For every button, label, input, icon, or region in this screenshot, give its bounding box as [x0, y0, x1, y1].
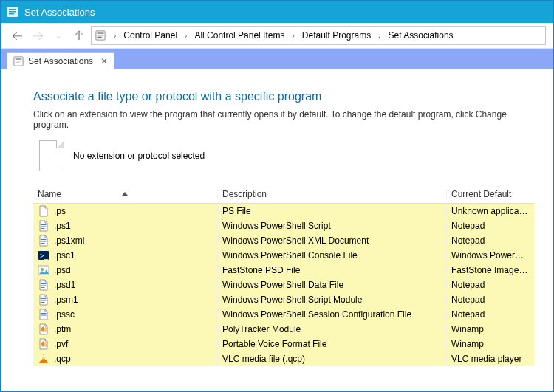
associations-list: Name Description Current Default .psPS F… — [33, 185, 534, 391]
close-icon[interactable]: ✕ — [100, 56, 108, 66]
svg-rect-10 — [16, 61, 22, 61]
ps-icon: >_ — [38, 250, 49, 261]
script-icon — [38, 294, 49, 306]
desc-label: VLC media file (.qcp) — [218, 354, 447, 364]
tab-bar: Set Associations ✕ — [1, 49, 553, 69]
desc-label: Windows PowerShell XML Document — [218, 235, 447, 246]
svg-rect-26 — [41, 300, 47, 301]
svg-rect-6 — [98, 35, 104, 35]
default-label: Windows PowerShell — [447, 250, 534, 261]
svg-rect-22 — [41, 283, 47, 284]
col-desc[interactable]: Description — [218, 189, 447, 199]
desc-label: Windows PowerShell Console File — [218, 250, 447, 261]
fs-icon — [38, 264, 49, 276]
svg-rect-33 — [44, 343, 45, 346]
svg-rect-16 — [41, 241, 47, 242]
table-row[interactable]: .ps1xmlWindows PowerShell XML DocumentNo… — [33, 233, 534, 248]
chevron-right-icon[interactable]: › — [287, 32, 298, 40]
winamp-icon — [38, 323, 49, 335]
selection-row: No extension or protocol selected — [39, 140, 534, 171]
page-subtext: Click on an extension to view the progra… — [33, 109, 534, 130]
ext-label: .ps1xml — [54, 235, 84, 246]
address-bar[interactable]: › Control Panel › All Control Panel Item… — [91, 26, 546, 45]
chevron-right-icon[interactable]: › — [109, 32, 120, 40]
table-row[interactable]: .psscWindows PowerShell Session Configur… — [33, 307, 534, 322]
svg-rect-32 — [46, 327, 47, 332]
table-row[interactable]: .ps1Windows PowerShell ScriptNotepad — [33, 219, 534, 233]
default-label: Notepad — [447, 309, 534, 320]
default-label: Notepad — [447, 280, 534, 290]
ext-label: .ps1 — [54, 221, 71, 231]
up-button[interactable]: 🡡 — [70, 27, 88, 44]
svg-rect-30 — [41, 317, 45, 317]
table-row[interactable]: >_.psc1Windows PowerShell Console FileWi… — [33, 248, 534, 263]
chevron-right-icon[interactable]: › — [180, 32, 191, 40]
window: Set Associations 🡠 🡢 ⌄ 🡡 › Control Panel… — [0, 0, 554, 392]
desc-label: Windows PowerShell Data File — [218, 280, 447, 290]
tab-set-associations[interactable]: Set Associations ✕ — [7, 52, 114, 69]
back-button[interactable]: 🡠 — [8, 27, 26, 44]
svg-point-21 — [41, 268, 44, 271]
forward-button[interactable]: 🡢 — [29, 27, 47, 44]
content-area: Associate a file type or protocol with a… — [1, 69, 553, 391]
nav-toolbar: 🡠 🡢 ⌄ 🡡 › Control Panel › All Control Pa… — [1, 23, 553, 49]
default-label: VLC media player — [447, 354, 534, 364]
svg-rect-31 — [44, 328, 45, 331]
script-icon — [38, 235, 49, 247]
recent-dropdown[interactable]: ⌄ — [49, 27, 67, 44]
list-header[interactable]: Name Description Current Default — [33, 185, 534, 204]
crumb-default-programs[interactable]: Default Programs — [301, 30, 372, 41]
svg-rect-36 — [43, 358, 44, 360]
svg-rect-24 — [41, 287, 45, 288]
svg-rect-14 — [41, 228, 45, 229]
svg-rect-13 — [41, 227, 47, 227]
svg-rect-35 — [42, 356, 45, 357]
table-row[interactable]: .psm1Windows PowerShell Script ModuleNot… — [33, 292, 534, 307]
svg-rect-5 — [98, 33, 104, 34]
col-name[interactable]: Name — [33, 189, 218, 199]
table-row[interactable]: .pvfPortable Voice Format FileWinamp — [33, 337, 534, 351]
script-icon — [38, 220, 49, 232]
svg-rect-15 — [41, 239, 47, 240]
chevron-right-icon[interactable]: › — [374, 32, 385, 40]
table-row[interactable]: .psPS FileUnknown application — [33, 204, 534, 219]
desc-label: Portable Voice Format File — [218, 339, 447, 349]
svg-rect-29 — [41, 315, 47, 316]
page-heading: Associate a file type or protocol with a… — [33, 90, 534, 103]
tab-label: Set Associations — [28, 56, 93, 66]
svg-rect-11 — [16, 63, 20, 63]
desc-label: PS File — [218, 206, 447, 216]
winamp-icon — [38, 338, 49, 350]
blank-icon — [38, 205, 49, 217]
svg-rect-17 — [41, 243, 45, 244]
col-default[interactable]: Current Default — [447, 189, 534, 199]
crumb-set-assoc[interactable]: Set Associations — [387, 30, 455, 41]
no-selection-label: No extension or protocol selected — [73, 151, 205, 161]
svg-text:>_: >_ — [40, 252, 49, 260]
table-row[interactable]: .ptmPolyTracker ModuleWinamp — [33, 322, 534, 337]
svg-rect-9 — [16, 59, 22, 60]
desc-label: Windows PowerShell Script — [218, 221, 447, 231]
svg-rect-23 — [41, 286, 47, 286]
table-row[interactable]: .qcpVLC media file (.qcp)VLC media playe… — [33, 351, 534, 366]
default-label: Notepad — [447, 295, 534, 305]
vlc-icon — [38, 353, 49, 365]
desc-label: FastStone PSD File — [218, 265, 447, 275]
table-row[interactable]: .psdFastStone PSD FileFastStone Image Vi… — [33, 263, 534, 278]
svg-rect-34 — [46, 342, 47, 347]
ext-label: .pssc — [54, 309, 75, 320]
crumb-control-panel[interactable]: Control Panel — [122, 30, 179, 41]
crumb-all-items[interactable]: All Control Panel Items — [193, 30, 286, 41]
list-rows: .psPS FileUnknown application.ps1Windows… — [33, 204, 534, 366]
ext-label: .ptm — [54, 324, 71, 334]
table-row[interactable]: .psd1Windows PowerShell Data FileNotepad — [33, 278, 534, 292]
svg-rect-12 — [41, 224, 47, 225]
ext-label: .psd1 — [54, 280, 75, 290]
desc-label: Windows PowerShell Script Module — [218, 295, 447, 305]
window-title: Set Associations — [24, 7, 95, 18]
ext-label: .qcp — [54, 354, 71, 364]
ext-label: .psm1 — [54, 295, 78, 305]
svg-rect-3 — [9, 13, 14, 15]
desc-label: Windows PowerShell Session Configuration… — [218, 309, 447, 320]
default-label: Winamp — [447, 339, 534, 349]
